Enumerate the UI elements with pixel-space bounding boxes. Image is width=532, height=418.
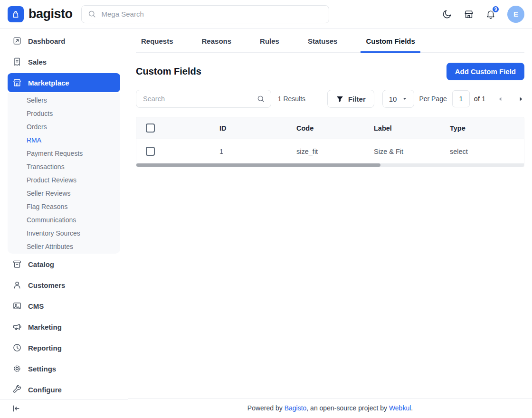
footer: Powered by Bagisto, an open-source proje…	[128, 399, 532, 418]
sidebar-subitem-inventory-sources[interactable]: Inventory Sources	[8, 227, 120, 240]
sidebar-item-marketplace[interactable]: Marketplace	[8, 73, 120, 92]
cell-type: select	[450, 148, 524, 155]
sidebar-item-label: Configure	[28, 386, 62, 394]
table-row[interactable]: 1 size_fit Size & Fit select	[136, 139, 524, 163]
per-page-label: Per Page	[419, 95, 446, 103]
sidebar-item-label: Settings	[28, 365, 56, 373]
previous-page-button[interactable]	[497, 95, 504, 103]
column-header-label[interactable]: Label	[374, 124, 450, 132]
filter-icon	[336, 95, 344, 103]
dark-mode-toggle[interactable]	[442, 9, 452, 19]
footer-suffix: .	[411, 404, 413, 412]
sidebar-item-customers[interactable]: Customers	[0, 275, 128, 295]
row-checkbox[interactable]	[146, 147, 155, 156]
sidebar-subitem-products[interactable]: Products	[8, 107, 120, 120]
bagisto-link[interactable]: Bagisto	[285, 404, 307, 412]
filter-label: Filter	[348, 95, 366, 103]
store-icon	[464, 9, 474, 19]
footer-middle: , an open-source project by	[306, 404, 389, 412]
tab-reasons[interactable]: Reasons	[197, 28, 237, 53]
sidebar-item-label: Sales	[28, 58, 47, 66]
sidebar-subitem-orders[interactable]: Orders	[8, 120, 120, 133]
marketplace-submenu: Sellers Products Orders RMA Payment Requ…	[8, 93, 120, 254]
marketplace-icon	[12, 78, 22, 87]
visit-store-button[interactable]	[464, 9, 474, 19]
sidebar-item-catalog[interactable]: Catalog	[0, 254, 128, 275]
tab-custom-fields[interactable]: Custom Fields	[361, 28, 420, 53]
reporting-icon	[12, 343, 22, 352]
scrollbar-thumb[interactable]	[136, 163, 380, 167]
chevron-left-icon	[497, 95, 504, 103]
sidebar-item-configure[interactable]: Configure	[0, 379, 128, 399]
horizontal-scrollbar[interactable]	[136, 163, 524, 167]
brand-logo[interactable]: bagisto	[8, 6, 73, 22]
sidebar-subitem-flag-reasons[interactable]: Flag Reasons	[8, 200, 120, 213]
topbar: bagisto 9 E	[0, 0, 532, 28]
sidebar-item-sales[interactable]: Sales	[0, 51, 128, 72]
sidebar-item-marketing[interactable]: Marketing	[0, 316, 128, 337]
sidebar-subitem-communications[interactable]: Communications	[8, 213, 120, 227]
webkul-link[interactable]: Webkul	[389, 404, 411, 412]
table-header-row: ID Code Label Type	[136, 117, 524, 139]
sidebar-item-label: Dashboard	[28, 37, 65, 45]
sidebar-item-cms[interactable]: CMS	[0, 295, 128, 316]
tab-requests[interactable]: Requests	[136, 28, 179, 53]
column-header-type[interactable]: Type	[450, 124, 524, 132]
next-page-button[interactable]	[517, 95, 524, 103]
moon-icon	[442, 9, 452, 19]
datagrid-search	[136, 90, 271, 108]
sidebar-collapse-button[interactable]	[11, 404, 21, 413]
sidebar-subitem-product-reviews[interactable]: Product Reviews	[8, 173, 120, 187]
sidebar-subitem-seller-reviews[interactable]: Seller Reviews	[8, 187, 120, 200]
column-header-id[interactable]: ID	[219, 124, 296, 132]
sidebar-item-label: Catalog	[28, 260, 54, 268]
column-header-code[interactable]: Code	[296, 124, 374, 132]
tab-statuses[interactable]: Statuses	[303, 28, 343, 53]
sidebar-item-label: Marketplace	[28, 79, 69, 87]
sidebar-collapse-row	[0, 399, 128, 418]
footer-prefix: Powered by	[247, 404, 285, 412]
chevron-right-icon	[517, 95, 524, 103]
sidebar-item-dashboard[interactable]: Dashboard	[0, 30, 128, 51]
total-pages-label: of 1	[474, 95, 485, 103]
sidebar-subitem-payment-requests[interactable]: Payment Requests	[8, 147, 120, 160]
per-page-value: 10	[389, 95, 397, 103]
chevron-down-icon	[402, 96, 408, 102]
sidebar-subitem-transactions[interactable]: Transactions	[8, 160, 120, 173]
per-page-select[interactable]: 10	[382, 90, 415, 108]
select-all-checkbox[interactable]	[146, 124, 155, 133]
search-icon	[256, 95, 265, 103]
filter-button[interactable]: Filter	[327, 90, 374, 108]
title-row: Custom Fields Add Custom Field	[136, 53, 524, 90]
sidebar-item-reporting[interactable]: Reporting	[0, 337, 128, 358]
add-custom-field-button[interactable]: Add Custom Field	[446, 63, 524, 80]
results-count: 1 Results	[278, 95, 305, 103]
datagrid-search-input[interactable]	[142, 95, 253, 103]
sidebar-subitem-rma[interactable]: RMA	[8, 133, 120, 147]
mega-search-input[interactable]	[101, 10, 323, 19]
sidebar-item-settings[interactable]: Settings	[0, 358, 128, 379]
mega-search	[81, 5, 329, 23]
sidebar: Dashboard Sales Marketplace Sellers Prod…	[0, 28, 128, 418]
cell-label: Size & Fit	[374, 148, 450, 155]
marketing-icon	[12, 322, 22, 332]
sidebar-item-label: Customers	[28, 281, 65, 289]
customers-icon	[12, 280, 22, 290]
topbar-actions: 9 E	[442, 6, 524, 23]
sidebar-item-label: CMS	[28, 302, 44, 310]
cell-code: size_fit	[296, 148, 374, 155]
bagisto-logo-icon	[8, 6, 24, 22]
page-number-input[interactable]	[452, 90, 470, 107]
dashboard-icon	[12, 36, 22, 46]
sidebar-subitem-seller-attributes[interactable]: Seller Attributes	[8, 240, 120, 253]
cms-icon	[12, 301, 22, 311]
content-area: Requests Reasons Rules Statuses Custom F…	[128, 28, 532, 399]
tab-rules[interactable]: Rules	[255, 28, 285, 53]
notifications-button[interactable]: 9	[485, 9, 496, 19]
sidebar-nav: Dashboard Sales Marketplace Sellers Prod…	[0, 28, 128, 399]
sidebar-subitem-sellers[interactable]: Sellers	[8, 94, 120, 107]
catalog-icon	[12, 259, 22, 269]
sales-icon	[12, 57, 22, 66]
avatar[interactable]: E	[507, 6, 524, 23]
notification-badge: 9	[492, 5, 500, 13]
